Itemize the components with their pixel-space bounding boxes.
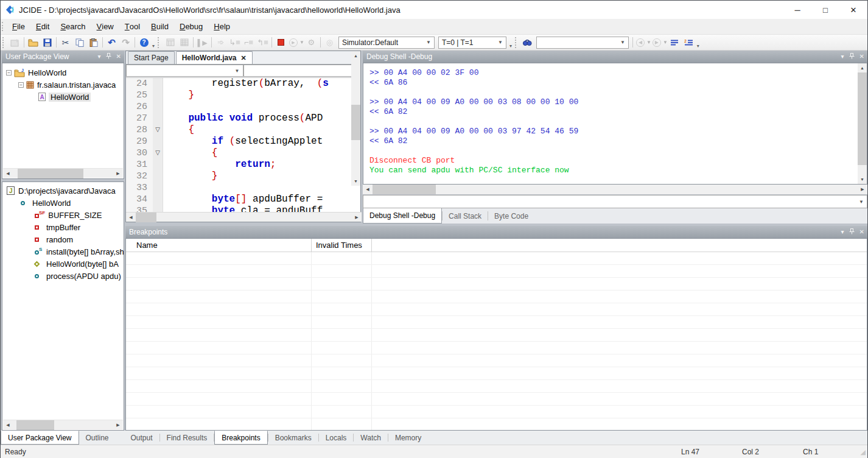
new-project-button[interactable] — [8, 36, 22, 49]
menu-item-help[interactable]: Help — [208, 19, 236, 34]
scroll-thumb[interactable] — [858, 72, 867, 165]
outline-item-tmpbuffer[interactable]: tmpBuffer — [2, 221, 124, 233]
panel-menu-icon[interactable]: ▾ — [841, 229, 844, 235]
scroll-left-icon[interactable]: ◀ — [3, 420, 13, 430]
debug-tab-debug-shell-debug[interactable]: Debug Shell -Debug — [363, 208, 442, 224]
line-number[interactable]: 33 — [126, 182, 153, 194]
scroll-up-icon[interactable]: ▲ — [351, 51, 360, 60]
chevron-down-icon[interactable]: ▼ — [646, 40, 651, 45]
scroll-thumb[interactable] — [373, 185, 436, 194]
simulator-combobox[interactable]: Simulator:Default▼ — [338, 37, 435, 49]
code-line[interactable]: 31 return; — [126, 159, 360, 171]
menu-item-edit[interactable]: Edit — [30, 19, 55, 34]
code-line[interactable]: 34 byte[] apduBuffer = — [126, 194, 360, 205]
step-next-button[interactable]: ➾ — [214, 36, 228, 49]
debug-tab-byte-code[interactable]: Byte Code — [488, 208, 534, 224]
pin-icon[interactable] — [849, 228, 855, 236]
chevron-down-icon[interactable]: ▼ — [422, 40, 431, 45]
outline-item-helloworld[interactable]: HelloWorld — [2, 197, 124, 209]
find-button[interactable] — [520, 36, 534, 49]
menu-item-tool[interactable]: Tool — [119, 19, 145, 34]
line-number[interactable]: 32 — [126, 171, 153, 182]
view-numbered-button[interactable]: 2 — [682, 36, 696, 49]
debug-shell-output[interactable]: >> 00 A4 00 00 02 3F 00<< 6A 86 >> 00 A4… — [363, 63, 867, 185]
scroll-thumb[interactable] — [16, 420, 54, 430]
code-line[interactable]: 28▽ { — [126, 124, 360, 136]
bottom-tab-user-package-view[interactable]: User Package View — [1, 431, 79, 445]
build-button[interactable] — [163, 36, 177, 49]
scroll-up-icon[interactable]: ▲ — [858, 63, 867, 72]
run-button[interactable]: ▌▶ — [195, 36, 209, 49]
code-line[interactable]: 25 } — [126, 90, 360, 101]
panel-menu-icon[interactable]: ▾ — [98, 54, 101, 60]
outline-item-buffer-size[interactable]: SFBUFFER_SIZE — [2, 209, 124, 221]
step-out-button[interactable]: ↰≡ — [256, 36, 270, 49]
line-number[interactable]: 25 — [126, 90, 153, 101]
line-number[interactable]: 27 — [126, 113, 153, 124]
view-lines-button[interactable] — [668, 36, 682, 49]
expander-icon[interactable]: − — [6, 70, 12, 76]
scroll-left-icon[interactable]: ◀ — [3, 169, 13, 178]
tree-horizontal-scrollbar[interactable]: ◀ ▶ — [3, 168, 123, 178]
cut-button[interactable]: ✂ — [58, 36, 72, 49]
open-file-button[interactable] — [26, 36, 40, 49]
copy-button[interactable] — [72, 36, 86, 49]
type-dropdown[interactable]: ▼ — [126, 65, 243, 77]
find-combobox[interactable]: ▼ — [536, 37, 629, 49]
expander-icon[interactable]: − — [18, 82, 24, 88]
line-number[interactable]: 31 — [126, 159, 153, 171]
save-button[interactable] — [40, 36, 54, 49]
editor-horizontal-scrollbar[interactable]: ◀ ▶ — [126, 212, 362, 222]
column-header-invalid-times[interactable]: Invalid Times — [312, 239, 372, 252]
bottom-tab-breakpoints[interactable]: Breakpoints — [214, 431, 267, 445]
toolbar-overflow-icon[interactable]: ▾ — [152, 43, 155, 50]
scroll-right-icon[interactable]: ▶ — [352, 213, 362, 222]
chevron-down-icon[interactable]: ▼ — [663, 40, 668, 45]
close-button[interactable]: ✕ — [839, 1, 867, 19]
menu-item-search[interactable]: Search — [55, 19, 91, 34]
scroll-left-icon[interactable]: ◀ — [363, 185, 373, 194]
breakpoints-table[interactable]: Name Invalid Times — [125, 238, 867, 431]
pin-icon[interactable] — [106, 53, 111, 60]
menu-item-build[interactable]: Build — [145, 19, 174, 34]
step-into-button[interactable]: ↳≡ — [228, 36, 242, 49]
pin-icon[interactable] — [849, 53, 855, 60]
code-line[interactable]: 27 public void process(APD — [126, 113, 360, 124]
outline-item-install-byte-barray-sh[interactable]: Sinstall(byte[] bArray,sh — [2, 245, 124, 258]
close-tab-icon[interactable]: ✕ — [241, 54, 247, 62]
editor-tab-helloworld-java[interactable]: HelloWorld.java✕ — [176, 51, 253, 64]
scroll-thumb[interactable] — [351, 105, 360, 140]
scroll-right-icon[interactable]: ▶ — [113, 420, 123, 430]
redo-button[interactable]: ↷ — [119, 36, 133, 49]
code-area[interactable]: 24 register(bArray, (s25 }2627 public vo… — [126, 78, 360, 213]
jcide-logo-icon[interactable] — [1, 5, 19, 15]
code-line[interactable]: 26 — [126, 101, 360, 113]
minimize-button[interactable]: ─ — [783, 1, 811, 19]
scroll-down-icon[interactable]: ▼ — [351, 177, 360, 186]
editor-vertical-scrollbar[interactable]: ▲ ▼ — [351, 51, 360, 186]
close-panel-icon[interactable]: ✕ — [116, 54, 121, 60]
debug-horizontal-scrollbar[interactable]: ◀ ▶ — [363, 185, 867, 194]
scroll-down-icon[interactable]: ▼ — [858, 175, 867, 184]
column-header-name[interactable]: Name — [126, 239, 312, 252]
code-line[interactable]: 24 register(bArray, (s — [126, 78, 360, 90]
protocol-combobox[interactable]: T=0 | T=1▼ — [438, 37, 506, 49]
maximize-button[interactable]: □ — [811, 1, 839, 19]
scroll-thumb[interactable] — [18, 169, 83, 178]
nav-back-button[interactable]: ◀▼ — [635, 36, 651, 49]
panel-menu-icon[interactable]: ▾ — [841, 54, 844, 60]
nav-forward-button[interactable]: ▶▼ — [651, 36, 668, 49]
code-line[interactable]: 32 } — [126, 171, 360, 182]
stop-button[interactable] — [274, 36, 288, 49]
bottom-tab-bookmarks[interactable]: Bookmarks — [268, 431, 318, 445]
line-number[interactable]: 24 — [126, 78, 153, 90]
undo-button[interactable]: ↶ — [105, 36, 119, 49]
outline-item-process-apdu-apdu-[interactable]: process(APDU apdu) — [2, 270, 124, 282]
debug-settings-button[interactable]: ⚙ — [304, 36, 318, 49]
code-line[interactable]: 30▽ { — [126, 147, 360, 159]
help-button[interactable]: ? — [137, 36, 151, 49]
bottom-tab-memory[interactable]: Memory — [388, 431, 428, 445]
package-tree[interactable]: −JHelloWorld−fr.salaun.tristan.javacaAHe… — [2, 63, 124, 179]
scroll-right-icon[interactable]: ▶ — [113, 169, 123, 178]
scroll-thumb[interactable] — [136, 213, 156, 222]
